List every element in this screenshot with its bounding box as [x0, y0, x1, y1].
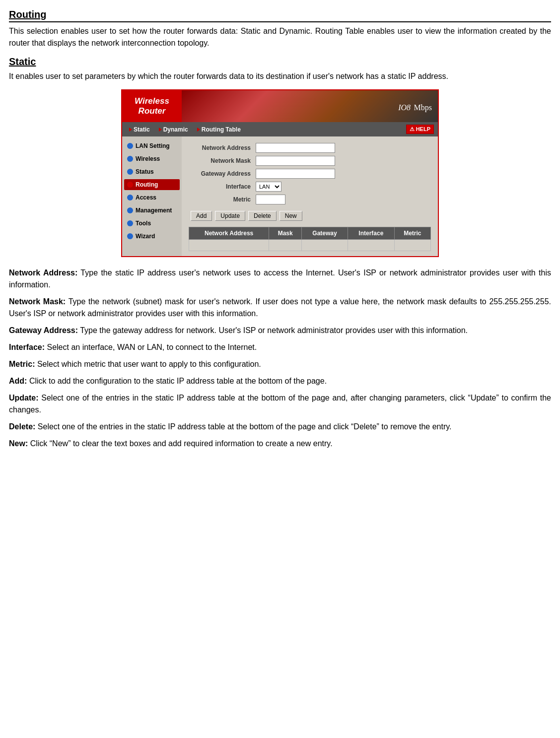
main-desc: This selection enables user to set how t… [9, 25, 551, 49]
nav-tab-dynamic[interactable]: Dynamic [156, 125, 191, 134]
main-heading: Routing [9, 9, 551, 22]
desc-interface: Interface: Select an interface, WAN or L… [9, 341, 551, 353]
btn-delete[interactable]: Delete [248, 211, 277, 221]
btn-update[interactable]: Update [215, 211, 245, 221]
input-network-mask[interactable] [256, 156, 335, 166]
sub-heading: Static [9, 56, 551, 67]
router-logo-text: Wireless Router [135, 96, 169, 117]
label-network-mask: Network Mask [189, 154, 253, 167]
form-row-interface: Interface LAN WAN [189, 180, 431, 193]
desc-add: Add: Click to add the configuration to t… [9, 375, 551, 387]
form-row-metric: Metric [189, 193, 431, 206]
form-table: Network Address Network Mask Gateway Add… [189, 141, 431, 206]
input-metric[interactable] [256, 195, 285, 204]
input-network-address[interactable] [256, 143, 335, 153]
label-interface: Interface [189, 180, 253, 193]
desc-network-mask: Network Mask: Type the network (subnet) … [9, 296, 551, 320]
label-network-address: Network Address [189, 141, 253, 154]
sidebar-item-management[interactable]: Management [124, 205, 180, 216]
sidebar-item-tools[interactable]: Tools [124, 218, 180, 229]
nav-tab-routing-table[interactable]: Routing Table [194, 125, 244, 134]
desc-delete: Delete: Select one of the entries in the… [9, 421, 551, 433]
label-gateway-address: Gateway Address [189, 167, 253, 180]
nav-arrow-static [129, 128, 132, 132]
desc-network-address: Network Address: Type the static IP addr… [9, 267, 551, 291]
select-interface[interactable]: LAN WAN [256, 182, 281, 192]
btn-new[interactable]: New [280, 211, 302, 221]
router-body: LAN Setting Wireless Status Routing Acce… [122, 136, 438, 256]
sidebar-item-access[interactable]: Access [124, 192, 180, 203]
form-row-gateway-address: Gateway Address [189, 167, 431, 180]
dot-wireless [127, 156, 133, 162]
dot-wizard [127, 233, 133, 239]
dot-routing [127, 182, 133, 188]
router-content: Network Address Network Mask Gateway Add… [182, 136, 438, 256]
sidebar-item-wireless[interactable]: Wireless [124, 153, 180, 164]
router-screenshot: Wireless Router IO8 Mbps Static Dynamic … [121, 89, 439, 257]
col-interface: Interface [348, 227, 394, 240]
dot-lan-setting [127, 143, 133, 149]
desc-update: Update: Select one of the entries in the… [9, 392, 551, 416]
dot-management [127, 207, 133, 213]
nav-arrow-routing-table [197, 128, 200, 132]
result-table-empty-row [189, 240, 431, 251]
sidebar-item-wizard[interactable]: Wizard [124, 231, 180, 242]
form-row-network-mask: Network Mask [189, 154, 431, 167]
col-mask: Mask [269, 227, 302, 240]
input-gateway-address[interactable] [256, 169, 335, 179]
sidebar-item-lan-setting[interactable]: LAN Setting [124, 140, 180, 151]
desc-metric: Metric: Select which metric that user wa… [9, 358, 551, 370]
nav-tab-static[interactable]: Static [126, 125, 153, 134]
col-metric: Metric [394, 227, 430, 240]
help-button[interactable]: ⚠ HELP [406, 125, 434, 134]
sidebar-item-routing[interactable]: Routing [124, 179, 180, 190]
dot-tools [127, 220, 133, 226]
result-table-header-row: Network Address Mask Gateway Interface M… [189, 227, 431, 240]
btn-row: Add Update Delete New [189, 211, 431, 221]
router-sidebar: LAN Setting Wireless Status Routing Acce… [122, 136, 182, 256]
router-nav-left: Static Dynamic Routing Table [126, 125, 244, 134]
router-header: Wireless Router IO8 Mbps [122, 90, 438, 122]
sub-desc: It enables user to set parameters by whi… [9, 70, 551, 82]
result-table: Network Address Mask Gateway Interface M… [189, 227, 431, 251]
dot-access [127, 195, 133, 201]
desc-gateway-address: Gateway Address: Type the gateway addres… [9, 325, 551, 336]
form-row-network-address: Network Address [189, 141, 431, 154]
router-nav: Static Dynamic Routing Table ⚠ HELP [122, 122, 438, 136]
label-metric: Metric [189, 193, 253, 206]
desc-new: New: Click “New” to clear the text boxes… [9, 438, 551, 450]
col-network-address: Network Address [189, 227, 269, 240]
router-logo-box: Wireless Router [122, 90, 182, 122]
router-mbps: IO8 Mbps [398, 99, 432, 114]
nav-arrow-dynamic [159, 128, 162, 132]
col-gateway: Gateway [302, 227, 348, 240]
btn-add[interactable]: Add [191, 211, 212, 221]
sidebar-item-status[interactable]: Status [124, 166, 180, 177]
dot-status [127, 169, 133, 175]
